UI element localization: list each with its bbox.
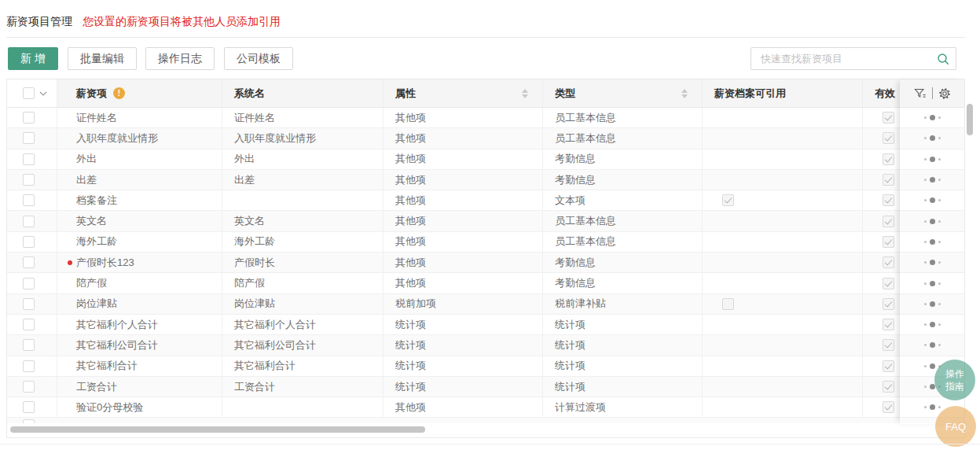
attribute-cell: 其他项 <box>384 273 543 293</box>
salary-item-name-cell: 入职年度就业情形 <box>57 128 222 148</box>
operation-guide-fab[interactable]: 操作 指南 <box>934 360 975 400</box>
warning-icon[interactable]: ! <box>113 87 125 99</box>
system-name-cell: 工资合计 <box>222 377 384 397</box>
add-button[interactable]: 新 增 <box>8 47 58 70</box>
filter-icon[interactable] <box>914 87 927 100</box>
select-all-checkbox[interactable] <box>23 87 35 99</box>
row-checkbox[interactable] <box>23 112 35 124</box>
page-subtitle-warning: 您设置的薪资项目将被其他人员添加引用 <box>83 15 281 29</box>
search-input[interactable] <box>751 53 937 65</box>
salary-item-name-cell: 英文名 <box>57 211 222 231</box>
gear-icon[interactable] <box>938 87 951 100</box>
valid-cell <box>863 315 901 334</box>
row-checkbox[interactable] <box>23 319 35 330</box>
row-checkbox[interactable] <box>23 278 35 290</box>
salary-item-name-cell: 海外工龄 <box>57 232 222 252</box>
chevron-down-icon[interactable] <box>39 91 47 96</box>
row-checkbox[interactable] <box>23 339 35 351</box>
more-actions-icon <box>930 197 935 203</box>
salary-item-name-cell: 其它福利公司合计 <box>57 335 222 355</box>
row-checkbox[interactable] <box>23 298 35 310</box>
valid-checkbox <box>883 401 894 413</box>
column-header-name: 薪资项 ! <box>57 79 222 107</box>
salary-item-name-cell: 岗位津贴 <box>57 294 222 314</box>
salary-item-name-cell: 其它福利个人合计 <box>57 315 222 334</box>
profile-ref-cell <box>703 273 863 293</box>
valid-checkbox <box>883 381 894 393</box>
type-cell: 统计项 <box>543 356 703 376</box>
system-name-cell: 产假时长 <box>222 253 384 272</box>
row-checkbox-cell <box>7 253 57 272</box>
row-actions-button[interactable] <box>900 253 964 273</box>
row-checkbox-cell <box>7 397 57 417</box>
row-actions-button[interactable] <box>900 190 964 211</box>
more-actions-icon <box>930 404 935 410</box>
more-actions-icon <box>930 239 935 245</box>
column-header-system-name: 系统名 <box>222 79 384 107</box>
type-cell: 考勤信息 <box>543 149 703 169</box>
row-checkbox-cell <box>7 356 57 376</box>
type-cell: 统计项 <box>543 335 703 355</box>
row-actions-button[interactable] <box>900 211 964 231</box>
horizontal-scrollbar-thumb[interactable] <box>10 426 425 433</box>
more-actions-icon <box>930 177 935 183</box>
more-actions-icon <box>930 135 935 141</box>
row-checkbox[interactable] <box>23 381 35 393</box>
row-actions-button[interactable] <box>900 335 964 356</box>
valid-cell <box>863 232 901 252</box>
attribute-cell: 统计项 <box>384 335 543 355</box>
search-icon[interactable] <box>937 53 956 65</box>
table-row: 海外工龄 海外工龄 其他项 员工基本信息 <box>7 232 964 253</box>
row-actions-button[interactable] <box>900 149 964 170</box>
more-actions-icon <box>930 342 935 348</box>
faq-fab[interactable]: FAQ <box>935 406 976 447</box>
sort-icon-type[interactable] <box>681 89 688 98</box>
row-checkbox[interactable] <box>23 174 35 186</box>
row-actions-button[interactable] <box>900 170 964 190</box>
system-name-cell: 外出 <box>222 149 384 169</box>
sort-icon-attribute[interactable] <box>522 89 528 98</box>
salary-item-name-cell: 验证0分母校验 <box>57 397 222 417</box>
system-name-cell: 其它福利公司合计 <box>222 335 384 355</box>
row-checkbox[interactable] <box>23 401 35 413</box>
type-cell: 员工基本信息 <box>543 108 703 127</box>
row-actions-button[interactable] <box>900 315 964 335</box>
table-header-row: 薪资项 ! 系统名 属性 类型 薪资档案可引用 有效 <box>7 79 964 108</box>
more-actions-icon <box>930 363 935 369</box>
row-actions-button[interactable] <box>900 273 964 293</box>
type-cell: 考勤信息 <box>543 170 703 190</box>
type-cell: 文本项 <box>543 190 703 210</box>
row-checkbox[interactable] <box>23 236 35 248</box>
batch-edit-button[interactable]: 批量编辑 <box>68 47 137 70</box>
type-cell: 员工基本信息 <box>543 211 703 231</box>
valid-checkbox <box>883 278 894 290</box>
salary-item-management-page: 薪资项目管理 您设置的薪资项目将被其他人员添加引用 新 增 批量编辑 操作日志 … <box>0 0 980 450</box>
row-actions-button[interactable] <box>900 294 964 315</box>
type-cell: 考勤信息 <box>543 253 703 272</box>
type-cell: 考勤信息 <box>543 273 703 293</box>
table-row: 档案备注 其他项 文本项 <box>7 190 964 211</box>
vertical-scrollbar-thumb[interactable] <box>967 104 973 135</box>
partial-row <box>7 418 964 423</box>
system-name-cell: 其它福利合计 <box>222 356 384 376</box>
row-checkbox[interactable] <box>23 194 35 206</box>
type-cell: 税前津补贴 <box>543 294 703 314</box>
operation-log-button[interactable]: 操作日志 <box>145 47 215 70</box>
profile-ref-cell <box>703 397 863 417</box>
row-checkbox[interactable] <box>23 132 35 144</box>
attribute-cell: 其他项 <box>384 108 543 127</box>
row-checkbox-cell <box>7 211 57 231</box>
table-row: 英文名 英文名 其他项 员工基本信息 <box>7 211 964 231</box>
row-checkbox[interactable] <box>23 216 35 227</box>
row-actions-button[interactable] <box>900 108 964 128</box>
system-name-cell <box>222 397 384 417</box>
profile-ref-cell <box>703 335 863 355</box>
row-checkbox[interactable] <box>23 360 35 372</box>
row-actions-button[interactable] <box>900 128 964 149</box>
company-template-button[interactable]: 公司模板 <box>224 47 293 70</box>
row-actions-button[interactable] <box>900 232 964 253</box>
valid-checkbox <box>883 194 894 206</box>
salary-item-name-cell: 陪产假 <box>57 273 222 293</box>
row-checkbox[interactable] <box>23 256 35 268</box>
row-checkbox[interactable] <box>23 153 35 165</box>
